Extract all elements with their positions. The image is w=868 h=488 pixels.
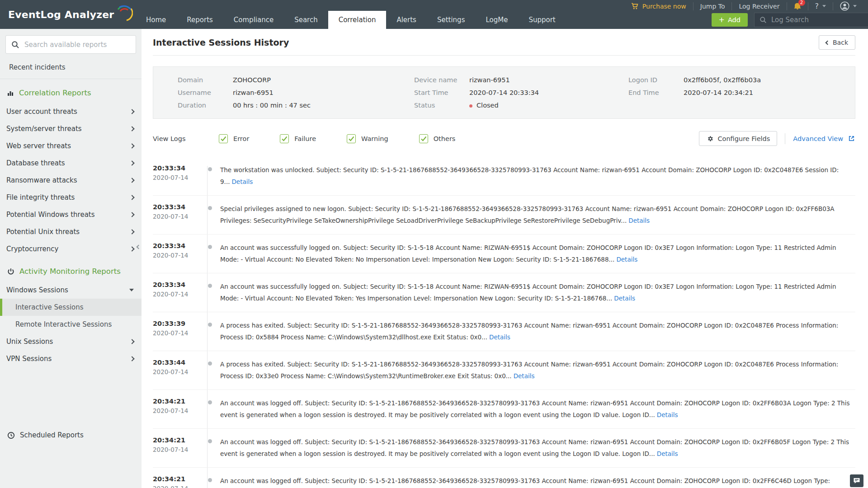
details-link[interactable]: Details bbox=[514, 372, 535, 380]
jump-to-link[interactable]: Jump To bbox=[693, 2, 732, 10]
session-field-label: Device name bbox=[414, 76, 469, 84]
back-button[interactable]: Back bbox=[819, 35, 855, 50]
help-menu[interactable]: ? bbox=[808, 2, 833, 10]
sidebar-item-user-account-threats[interactable]: User account threats bbox=[0, 103, 142, 120]
chevron-right-icon bbox=[129, 212, 134, 217]
add-button[interactable]: + Add bbox=[712, 13, 748, 27]
session-field-value: rizwan-6951 bbox=[233, 89, 274, 96]
sidebar-item-database-threats[interactable]: Database threats bbox=[0, 155, 142, 172]
help-caret-icon bbox=[822, 5, 826, 7]
app-logo: EventLog Analyzer bbox=[0, 0, 142, 29]
checkbox[interactable] bbox=[347, 134, 356, 143]
sidebar-item-file-integrity-threats[interactable]: File integrity threats bbox=[0, 189, 142, 206]
checkbox[interactable] bbox=[419, 134, 428, 143]
chevron-down-icon bbox=[129, 289, 134, 291]
chevron-right-icon bbox=[129, 126, 134, 131]
details-link[interactable]: Details bbox=[614, 295, 635, 302]
log-search-box[interactable] bbox=[754, 13, 868, 27]
log-entry-message: Special privileges assigned to new logon… bbox=[218, 203, 855, 226]
details-link[interactable]: Details bbox=[489, 333, 510, 341]
sidebar-item-windows-sessions[interactable]: Windows Sessions bbox=[0, 282, 142, 299]
sidebar-collapse-handle[interactable] bbox=[135, 238, 142, 256]
log-entry-date: 2020-07-14 bbox=[153, 446, 203, 453]
checkbox[interactable] bbox=[280, 134, 289, 143]
session-field-value: 2020-07-14 20:34:21 bbox=[684, 89, 753, 96]
sidebar-item-potential-unix-threats[interactable]: Potential Unix threats bbox=[0, 223, 142, 240]
log-entry-message: An account was logged off. Subject: Secu… bbox=[218, 436, 855, 460]
check-icon bbox=[420, 136, 427, 141]
log-entry-time: 20:34:21 bbox=[153, 398, 203, 405]
user-menu[interactable] bbox=[833, 2, 863, 10]
sidebar-item-remote-interactive-sessions[interactable]: Remote Interactive Sessions bbox=[0, 316, 142, 333]
session-field-value: 0x2ff6b05f, 0x2ff6b03a bbox=[684, 76, 761, 84]
sidebar-item-interactive-sessions[interactable]: Interactive Sessions bbox=[0, 299, 142, 316]
sidebar-item-unix-sessions[interactable]: Unix Sessions bbox=[0, 333, 142, 350]
title-divider bbox=[153, 55, 855, 56]
sidebar-item-recent-incidents[interactable]: Recent incidents bbox=[0, 56, 142, 79]
back-button-label: Back bbox=[833, 39, 848, 46]
log-search-input[interactable] bbox=[771, 16, 862, 24]
checkbox[interactable] bbox=[219, 134, 228, 143]
log-receiver-link[interactable]: Log Receiver bbox=[731, 2, 786, 10]
session-field-value: 00 hrs : 00 min : 47 sec bbox=[233, 102, 311, 109]
log-entry-time: 20:33:34 bbox=[153, 242, 203, 249]
configure-fields-label: Configure Fields bbox=[717, 135, 770, 142]
timeline-dot bbox=[208, 478, 212, 482]
session-field-value: Closed bbox=[469, 102, 499, 109]
log-entry-message: The workstation was unlocked. Subject: S… bbox=[218, 164, 855, 188]
sidebar-item-system-server-threats[interactable]: System/server threats bbox=[0, 120, 142, 137]
search-icon bbox=[11, 41, 19, 49]
tab-search[interactable]: Search bbox=[284, 11, 328, 29]
details-link[interactable]: Details bbox=[231, 178, 253, 185]
sidebar-item-ransomware-attacks[interactable]: Ransomware attacks bbox=[0, 172, 142, 189]
filter-warning[interactable]: Warning bbox=[347, 134, 388, 143]
tab-home[interactable]: Home bbox=[136, 11, 176, 29]
log-entry: 20:33:39 2020-07-14 A process has exited… bbox=[153, 312, 855, 351]
status-dot bbox=[469, 104, 472, 108]
sidebar: Recent incidents Correlation Reports Use… bbox=[0, 29, 142, 488]
purchase-now-link[interactable]: Purchase now bbox=[624, 2, 693, 10]
sidebar-item-cryptocurrency[interactable]: Cryptocurrency bbox=[0, 240, 142, 258]
tab-correlation[interactable]: Correlation bbox=[328, 11, 387, 29]
session-field-end-time: End Time 2020-07-14 20:34:21 bbox=[628, 86, 855, 99]
filter-others[interactable]: Others bbox=[419, 134, 456, 143]
report-search-box[interactable] bbox=[5, 35, 136, 54]
details-link[interactable]: Details bbox=[657, 411, 678, 418]
advanced-view-link[interactable]: Advanced View bbox=[793, 135, 855, 142]
details-link[interactable]: Details bbox=[657, 450, 678, 457]
configure-fields-button[interactable]: Configure Fields bbox=[699, 131, 777, 146]
log-entry-time: 20:33:44 bbox=[153, 359, 203, 366]
sidebar-item-vpn-sessions[interactable]: VPN Sessions bbox=[0, 350, 142, 367]
filter-failure[interactable]: Failure bbox=[280, 134, 316, 143]
details-link[interactable]: Details bbox=[616, 256, 637, 263]
session-field-logon-id: Logon ID 0x2ff6b05f, 0x2ff6b03a bbox=[628, 74, 855, 86]
session-field-label: Username bbox=[178, 89, 233, 96]
tab-compliance[interactable]: Compliance bbox=[223, 11, 284, 29]
details-link[interactable]: Details bbox=[628, 217, 650, 224]
avatar-icon bbox=[840, 1, 849, 11]
report-search-input[interactable] bbox=[24, 41, 128, 49]
log-entry-time: 20:33:34 bbox=[153, 164, 203, 172]
sidebar-item-web-server-threats[interactable]: Web server threats bbox=[0, 137, 142, 155]
feedback-chat-button[interactable] bbox=[850, 474, 863, 487]
sidebar-section-activity-monitoring-reports: Activity Monitoring Reports Windows Sess… bbox=[0, 258, 142, 367]
external-link-icon bbox=[848, 135, 855, 142]
filter-error[interactable]: Error bbox=[219, 134, 249, 143]
tab-alerts[interactable]: Alerts bbox=[386, 11, 427, 29]
logo-swirl-icon bbox=[115, 3, 133, 22]
tab-reports[interactable]: Reports bbox=[176, 11, 223, 29]
tab-logme[interactable]: LogMe bbox=[475, 11, 518, 29]
session-field-value: ZOHOCORP bbox=[233, 76, 271, 84]
notifications-button[interactable]: 2 bbox=[787, 2, 808, 10]
log-entry-time: 20:33:39 bbox=[153, 320, 203, 327]
tab-support[interactable]: Support bbox=[518, 11, 566, 29]
sidebar-item-scheduled-reports[interactable]: Scheduled Reports bbox=[0, 426, 142, 445]
view-logs-label: View Logs bbox=[153, 135, 219, 142]
page-title: Interactive Sessions History bbox=[153, 38, 289, 47]
check-icon bbox=[220, 136, 226, 141]
sidebar-section-title: Correlation Reports bbox=[0, 79, 142, 103]
jump-to-label: Jump To bbox=[700, 3, 725, 10]
tab-settings[interactable]: Settings bbox=[427, 11, 476, 29]
sidebar-item-potential-windows-threats[interactable]: Potential Windows threats bbox=[0, 206, 142, 223]
log-filter-checkboxes: Error Failure Warning Others bbox=[219, 134, 486, 143]
